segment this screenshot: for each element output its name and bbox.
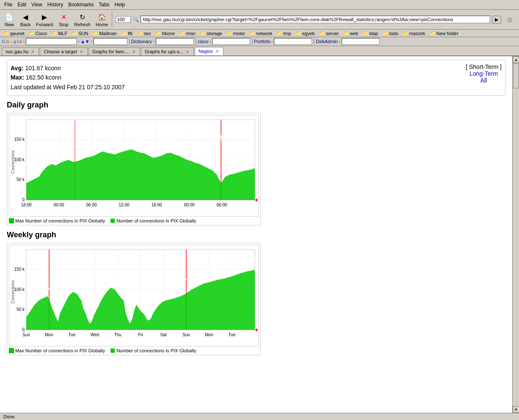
bookmark-hbone[interactable]: 📁 hbone xyxy=(154,30,177,36)
tab-graphs-fwm[interactable]: Graphs for fwm-... ✕ xyxy=(88,47,140,55)
search-google-segment: G o o g l e « » ▲▼ « xyxy=(2,38,130,45)
bookmark-todo[interactable]: 📁 todo xyxy=(381,30,400,36)
max-line: Max: 162.50 kconn xyxy=(11,73,125,82)
page-content: Avg: 101.67 kconn Max: 162.50 kconn Last… xyxy=(0,56,512,364)
refresh-button[interactable]: ↻ Refresh xyxy=(72,11,93,28)
google-arrow[interactable]: « xyxy=(23,39,25,44)
bookmark-sec[interactable]: 📁 sec xyxy=(135,30,153,36)
menu-tabs[interactable]: Tabs xyxy=(96,1,112,8)
dictionary-arrow[interactable]: « xyxy=(153,39,155,44)
legend-cur-color xyxy=(110,218,115,223)
home-button[interactable]: 🏠 Home xyxy=(94,11,110,28)
sidebar-button[interactable]: ⊘ xyxy=(502,13,517,26)
bookmark-tmp[interactable]: 📁 tmp xyxy=(275,30,293,36)
menu-edit[interactable]: Edit xyxy=(15,1,29,8)
legend-max-color xyxy=(9,218,14,223)
tab-choose-label: Choose a target xyxy=(44,49,77,54)
cisco-arrow[interactable]: « xyxy=(209,39,211,44)
daily-graph-svg: 150 k 100 k 50 k 0 18:00 00:00 06:00 12:… xyxy=(9,115,259,217)
bookmark-web[interactable]: 📁 web xyxy=(341,30,360,36)
scrollbar-track[interactable] xyxy=(513,63,519,406)
menu-view[interactable]: View xyxy=(29,1,45,8)
all-link[interactable]: All xyxy=(466,77,502,84)
stats-section: Avg: 101.67 kconn Max: 162.50 kconn Last… xyxy=(7,60,505,96)
google-search-arrow[interactable]: » xyxy=(77,39,80,44)
bookmark-mlf[interactable]: 📁 MLF xyxy=(50,30,69,36)
toolbar-separator xyxy=(112,12,112,27)
debadmin-input[interactable] xyxy=(342,38,380,45)
new-button[interactable]: 📄 New xyxy=(2,11,17,28)
portinfo-input[interactable] xyxy=(274,38,312,45)
search-cisco-segment: cisco « xyxy=(198,38,252,45)
go-button[interactable]: ▶ xyxy=(492,16,501,24)
search-dictionary-segment: Dictionary « xyxy=(131,38,196,45)
daily-graph-section: Daily graph xyxy=(7,101,505,225)
zoom-input[interactable] xyxy=(116,16,131,23)
long-term-link[interactable]: Long-Term xyxy=(466,70,502,77)
url-input[interactable] xyxy=(141,16,490,23)
svg-text:06:00: 06:00 xyxy=(86,203,97,207)
tab-graphs-ups-close[interactable]: ✕ xyxy=(185,49,190,54)
menu-history[interactable]: History xyxy=(45,1,66,8)
google-aw-arrow[interactable]: « xyxy=(91,39,93,44)
bookmark-misc[interactable]: 📁 misc xyxy=(177,30,197,36)
menu-bookmarks[interactable]: Bookmarks xyxy=(66,1,96,8)
portinfo-label[interactable]: PortInfo xyxy=(254,39,271,44)
bookmark-gaunet[interactable]: 📁 gaunet xyxy=(2,30,26,36)
dictionary-input[interactable] xyxy=(156,38,194,45)
new-icon: 📄 xyxy=(4,12,14,22)
scrollbar[interactable]: ▲ ▼ xyxy=(512,56,519,413)
scrollbar-thumb[interactable] xyxy=(513,63,519,88)
cisco-input[interactable] xyxy=(212,38,250,45)
daily-graph-legend: Max Number of connections in PIX Globall… xyxy=(9,218,259,223)
avg-label: Avg: xyxy=(11,65,24,71)
bookmark-cisco[interactable]: 📁 Cisco xyxy=(27,30,49,36)
scrollbar-up-button[interactable]: ▲ xyxy=(513,56,519,63)
bookmark-network[interactable]: 📁 network xyxy=(248,30,274,36)
stop-icon: ✕ xyxy=(58,12,69,22)
debadmin-arrow[interactable]: « xyxy=(339,39,341,44)
tab-noc-close[interactable]: ✕ xyxy=(30,49,35,54)
tab-graphs-fwm-close[interactable]: ✕ xyxy=(131,49,136,54)
svg-text:150 k: 150 k xyxy=(14,137,25,142)
stop-button[interactable]: ✕ Stop xyxy=(56,11,71,28)
debadmin-label[interactable]: DebAdmin xyxy=(316,39,337,44)
bookmark-tfk[interactable]: 📁 tfk xyxy=(119,30,135,36)
menu-help[interactable]: Help xyxy=(112,1,128,8)
bookmark-new-folder[interactable]: 📁 New folder xyxy=(428,30,461,36)
portinfo-arrow[interactable]: « xyxy=(271,39,273,44)
bookmark-server[interactable]: 📁 server xyxy=(317,30,341,36)
tab-choose-close[interactable]: ✕ xyxy=(79,49,84,54)
dictionary-label[interactable]: Dictionary xyxy=(131,39,152,44)
forward-button[interactable]: ▶ Forward xyxy=(34,11,55,28)
tab-nagios-close[interactable]: ✕ xyxy=(215,49,220,54)
svg-text:0: 0 xyxy=(22,198,25,202)
bookmark-maszek[interactable]: 📁 maszek xyxy=(401,30,427,36)
tab-nagios[interactable]: Nagios ✕ xyxy=(195,47,224,55)
cisco-label[interactable]: cisco xyxy=(198,39,208,44)
bookmark-sun[interactable]: 📁 SUN xyxy=(70,30,90,36)
legend-max-weekly-color xyxy=(9,348,14,353)
bookmarks-bar: 📁 gaunet 📁 Cisco 📁 MLF 📁 SUN 📁 Mailman 📁… xyxy=(0,30,519,37)
google-logo-o: o xyxy=(6,39,9,44)
main-scroll[interactable]: Avg: 101.67 kconn Max: 162.50 kconn Last… xyxy=(0,56,512,413)
bookmark-motor[interactable]: 📁 motor xyxy=(225,30,247,36)
stats-links: [ Short-Term ] Long-Term All xyxy=(466,63,502,84)
tab-choose[interactable]: Choose a target ✕ xyxy=(40,47,87,55)
svg-text:50 k: 50 k xyxy=(17,177,25,182)
legend-cur-daily: Number of connections in PIX Globally xyxy=(110,218,196,223)
back-button[interactable]: ◀ Back xyxy=(18,11,33,28)
scrollbar-down-button[interactable]: ▼ xyxy=(513,406,519,413)
google-second-input[interactable] xyxy=(94,38,127,45)
bookmark-mailman[interactable]: 📁 Mailman xyxy=(91,30,119,36)
google-aw-icon[interactable]: ▲▼ xyxy=(80,39,90,44)
bookmark-ldap[interactable]: 📁 ldap xyxy=(361,30,380,36)
tab-graphs-ups[interactable]: Graphs for ups-s... ✕ xyxy=(141,47,194,55)
menu-file[interactable]: File xyxy=(2,1,15,8)
google-search-input[interactable] xyxy=(26,38,77,45)
bookmark-storage[interactable]: 📁 storage xyxy=(198,30,224,36)
tab-noc[interactable]: noc.gau.hu ✕ xyxy=(2,47,39,55)
svg-text:800x600 / 1365 BYTES: 800x600 / 1365 BYTES xyxy=(257,162,259,198)
bookmark-egyeb[interactable]: 📁 egyeb xyxy=(294,30,317,36)
status-bar: Done xyxy=(0,413,519,420)
